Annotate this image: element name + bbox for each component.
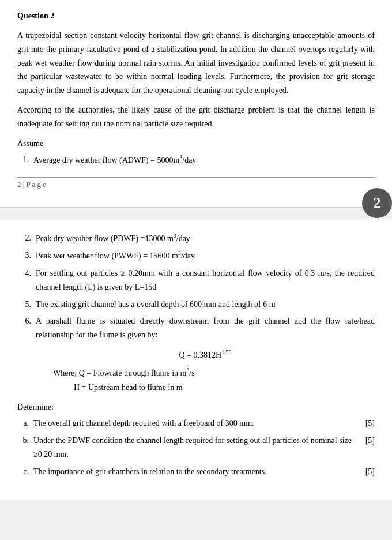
list-num-2: 2. — [17, 231, 36, 245]
body-paragraph-1: A trapezoidal section constant velocity … — [17, 29, 375, 97]
where-block: Where; Q = Flowrate through flume in m3/… — [36, 365, 375, 395]
list-item-6-text: A parshall flume is situated directly do… — [36, 317, 375, 339]
body-paragraph-2: According to the authorities, the likely… — [17, 103, 375, 131]
where-line-2: H = Upstream head to flume in m — [53, 380, 375, 395]
footer-text: 2 | P a g e — [17, 180, 46, 189]
question-title: Question 2 — [17, 12, 375, 21]
assume-label: Assume — [17, 139, 375, 148]
alpha-label-c: c. — [17, 465, 33, 479]
list-item-text-after: /day — [182, 155, 196, 164]
alpha-item-c-score: [5] — [352, 465, 375, 479]
alpha-item-a: a. The overall grit channel depth requir… — [17, 417, 375, 430]
list-item-text: Average dry weather flow (ADWF) = 5000m3… — [33, 153, 196, 167]
list-item-3: 3. Peak wet weather flow (PWWF) = 15600 … — [17, 249, 375, 262]
alpha-item-c-text: The importance of grit chambers in relat… — [33, 465, 352, 479]
top-list: 1. Average dry weather flow (ADWF) = 500… — [17, 153, 375, 167]
alpha-label-b: b. — [17, 434, 33, 448]
list-item-6-content: A parshall flume is situated directly do… — [36, 314, 375, 397]
list-item-text-before: Average dry weather flow (ADWF) = 5000m — [33, 155, 179, 164]
alpha-item-b: b. Under the PDWF condition the channel … — [17, 434, 375, 462]
list-num-4: 4. — [17, 267, 36, 280]
alpha-item-a-score: [5] — [352, 417, 375, 430]
list-num: 1. — [17, 153, 33, 167]
list-num-3: 3. — [17, 249, 36, 262]
list-item-4-text: For settling out particles ≥ 0.20mm with… — [36, 267, 375, 294]
list-item-5: 5. The existing grit channel has a overa… — [17, 298, 375, 312]
alpha-list: a. The overall grit channel depth requir… — [17, 417, 375, 478]
page-bottom-section: 2. Peak dry weather flow (PDWF) =13000 m… — [0, 220, 392, 500]
list-num-5: 5. — [17, 298, 36, 312]
formula-text: Q = 0.3812H — [179, 351, 222, 359]
page-badge: 2 — [362, 188, 392, 218]
bottom-num-list: 2. Peak dry weather flow (PDWF) =13000 m… — [17, 231, 375, 397]
alpha-item-c: c. The importance of grit chambers in re… — [17, 465, 375, 479]
list-item-5-text: The existing grit channel has a overall … — [36, 298, 375, 312]
list-item-3-text: Peak wet weather flow (PWWF) = 15600 m3/… — [36, 249, 375, 262]
alpha-label-a: a. — [17, 417, 33, 430]
determine-label: Determine: — [17, 403, 375, 412]
page-footer: 2 | P a g e — [17, 177, 375, 189]
list-item-2-text: Peak dry weather flow (PDWF) =13000 m3/d… — [36, 231, 375, 245]
alpha-item-a-text: The overall grit channel depth required … — [33, 417, 352, 430]
list-item: 1. Average dry weather flow (ADWF) = 500… — [17, 153, 375, 167]
page-top-section: Question 2 A trapezoidal section constan… — [0, 0, 392, 208]
list-item-2: 2. Peak dry weather flow (PDWF) =13000 m… — [17, 231, 375, 245]
formula-sup: 1.58 — [221, 349, 231, 355]
list-item-4: 4. For settling out particles ≥ 0.20mm w… — [17, 267, 375, 294]
list-item-6: 6. A parshall flume is situated directly… — [17, 314, 375, 397]
alpha-item-b-score: [5] — [352, 434, 375, 448]
where-line-1: Where; Q = Flowrate through flume in m3/… — [53, 365, 375, 380]
list-num-6: 6. — [17, 314, 36, 328]
alpha-item-b-text: Under the PDWF condition the channel len… — [33, 434, 352, 462]
formula-block: Q = 0.3812H1.58 — [36, 348, 375, 362]
